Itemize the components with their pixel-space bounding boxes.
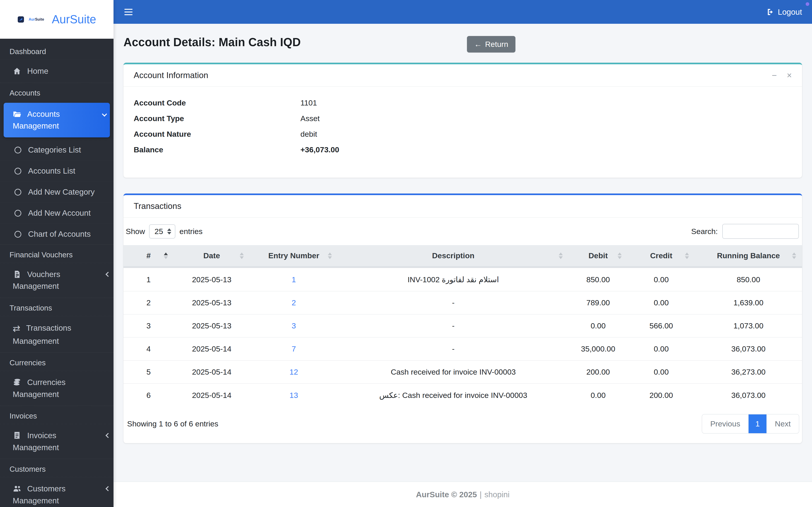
transactions-card-title: Transactions — [134, 202, 181, 211]
select-arrows-icon — [167, 228, 171, 234]
file-invoice-icon — [13, 270, 21, 279]
brand[interactable]: AurSuite AurSuite — [0, 0, 113, 39]
sort-icon — [792, 252, 796, 259]
brand-logo-icon — [17, 16, 24, 23]
sidebar-item-chart-of-accounts[interactable]: Chart of Accounts — [0, 223, 113, 244]
sidebar-item-home[interactable]: Home — [0, 60, 113, 82]
folder-open-icon — [13, 110, 21, 118]
column-header-debit[interactable]: Debit — [569, 245, 628, 267]
footer-brand: AurSuite © 2025 — [416, 490, 477, 499]
nav-header-accounts: Accounts — [0, 82, 113, 101]
circle-icon — [14, 231, 21, 238]
page-footer: AurSuite © 2025 | shopini — [113, 482, 812, 507]
circle-icon — [14, 189, 21, 195]
return-button[interactable]: ←Return — [467, 36, 515, 53]
table-search: Search: — [691, 224, 799, 239]
sidebar-item-customers-management[interactable]: Customers Management — [0, 477, 113, 507]
column-header-credit[interactable]: Credit — [627, 245, 695, 267]
transactions-body: Show 25 entries Search: — [123, 218, 802, 443]
back-arrow-icon: ← — [474, 40, 482, 49]
sidebar-item-accounts-management[interactable]: Accounts Management — [4, 103, 110, 137]
sign-out-icon — [766, 8, 775, 16]
content-area: Account Details: Main Cash IQD ←Return A… — [113, 24, 812, 482]
page-size-select[interactable]: 25 — [149, 224, 175, 238]
search-label: Search: — [691, 227, 718, 236]
search-input[interactable] — [722, 224, 799, 239]
chevron-left-icon — [106, 272, 111, 277]
entry-number-link[interactable]: 1 — [292, 275, 296, 284]
description-cell: - — [338, 315, 568, 337]
sidebar-nav: Dashboard Home Accounts Accounts Managem… — [0, 39, 113, 507]
sidebar-item-add-new-category[interactable]: Add New Category — [0, 181, 113, 202]
sidebar-item-add-new-account[interactable]: Add New Account — [0, 202, 113, 223]
nav-header-currencies: Currencies — [0, 352, 113, 371]
transactions-table: # Date Entry Number Description Debit Cr… — [123, 245, 802, 407]
sort-icon — [618, 252, 622, 259]
chevron-left-icon — [106, 433, 111, 438]
table-row: 3 2025-05-13 3 - 0.00 566.00 1,073.00 — [123, 315, 802, 337]
datatable-controls: Show 25 entries Search: — [123, 223, 802, 245]
logout-button[interactable]: Logout — [766, 7, 802, 16]
previous-page-button[interactable]: Previous — [702, 414, 749, 433]
close-icon[interactable]: × — [787, 71, 792, 80]
sort-icon — [240, 252, 244, 259]
column-header-date[interactable]: Date — [174, 245, 250, 267]
menu-toggle-icon[interactable] — [123, 7, 134, 16]
table-row: 4 2025-05-14 7 - 35,000.00 0.00 36,073.0… — [123, 337, 802, 360]
sidebar-item-accounts-list[interactable]: Accounts List — [0, 160, 113, 181]
users-icon — [13, 484, 21, 493]
card-tools: − × — [772, 71, 792, 80]
sort-icon — [685, 252, 689, 259]
footer-divider: | — [479, 490, 482, 499]
receipt-icon — [13, 431, 21, 440]
description-cell: Cash received for invoice INV-00003 — [338, 360, 568, 384]
info-row: Balance +36,073.00 — [134, 145, 792, 154]
collapse-icon[interactable]: − — [772, 71, 777, 80]
column-header-running-balance[interactable]: Running Balance — [695, 245, 802, 267]
account-nature-value: debit — [300, 130, 792, 138]
home-icon — [13, 67, 21, 75]
column-header-entry-number[interactable]: Entry Number — [250, 245, 338, 267]
entry-number-link[interactable]: 2 — [292, 298, 296, 307]
entry-number-link[interactable]: 13 — [290, 391, 298, 399]
sidebar-item-invoices-management[interactable]: Invoices Management — [0, 424, 113, 459]
browser-extension-dot — [806, 2, 809, 6]
column-header-num[interactable]: # — [123, 245, 174, 267]
description-cell: استلام نقد لفاتورة INV-1002 — [338, 267, 568, 291]
table-header-row: # Date Entry Number Description Debit Cr… — [123, 245, 802, 267]
chevron-left-icon — [106, 486, 111, 491]
page-head: Account Details: Main Cash IQD ←Return — [123, 36, 802, 54]
entry-number-link[interactable]: 3 — [292, 322, 296, 330]
account-info-card: Account Information − × Account Code 110… — [123, 63, 802, 178]
account-info-body: Account Code 1101 Account Type Asset Acc… — [123, 87, 802, 178]
circle-icon — [14, 210, 21, 217]
page-length-control: Show 25 entries — [126, 224, 203, 238]
app-root: AurSuite AurSuite Dashboard Home Account… — [0, 0, 812, 507]
top-navbar: Logout — [113, 0, 812, 24]
table-row: 2 2025-05-13 2 - 789.00 0.00 1,639.00 — [123, 291, 802, 315]
info-row: Account Code 1101 — [134, 99, 792, 107]
sidebar-item-currencies-management[interactable]: Currencies Management — [0, 371, 113, 406]
account-type-value: Asset — [300, 114, 792, 123]
description-cell: - — [338, 337, 568, 360]
nav-header-transactions: Transactions — [0, 298, 113, 316]
coins-icon — [13, 378, 21, 387]
next-page-button[interactable]: Next — [767, 414, 799, 433]
entry-number-link[interactable]: 7 — [292, 344, 296, 353]
page-title: Account Details: Main Cash IQD — [123, 36, 802, 49]
current-page-button[interactable]: 1 — [749, 414, 767, 433]
account-code-value: 1101 — [300, 99, 792, 107]
sidebar-item-vouchers-management[interactable]: Vouchers Management — [0, 263, 113, 298]
nav-header-invoices: Invoices — [0, 406, 113, 424]
account-info-card-header: Account Information − × — [123, 64, 802, 87]
chevron-down-icon — [102, 111, 107, 117]
sidebar-item-transactions-management[interactable]: ⇄Transactions Management — [0, 316, 113, 353]
nav-header-dashboard: Dashboard — [0, 42, 113, 60]
sidebar-item-categories-list[interactable]: Categories List — [0, 139, 113, 160]
entry-number-link[interactable]: 12 — [290, 368, 298, 376]
sort-icon — [328, 252, 332, 259]
column-header-description[interactable]: Description — [338, 245, 568, 267]
brand-title: AurSuite — [52, 13, 96, 26]
account-info-card-title: Account Information — [134, 71, 208, 80]
sort-icon — [164, 252, 168, 259]
